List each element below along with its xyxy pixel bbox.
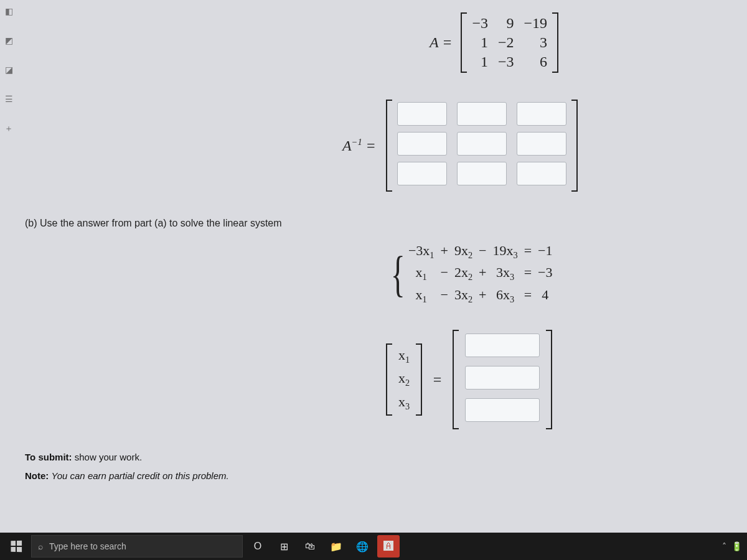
matrix-cell: −3 — [472, 15, 488, 32]
matrix-A-grid: −3 9 −19 1 −2 3 1 −3 6 — [467, 12, 552, 73]
tool-icon[interactable]: ◧ — [5, 6, 13, 17]
matrix-cell: 1 — [472, 54, 488, 70]
taskview-icon[interactable]: ⊞ — [273, 535, 295, 558]
start-button[interactable] — [5, 535, 27, 558]
matrix-cell: 6 — [524, 54, 548, 70]
matrix-cell: −19 — [524, 15, 548, 32]
battery-icon[interactable]: 🔋 — [731, 541, 742, 551]
a-inverse-label: A−1 = — [342, 137, 376, 154]
taskbar-search[interactable]: ⌕ Type here to search — [31, 535, 243, 558]
tool-icon[interactable]: ☰ — [5, 94, 13, 105]
x1-input[interactable] — [465, 334, 540, 357]
matrix-A-definition: A = −3 9 −19 1 −2 3 1 −3 6 — [430, 12, 558, 73]
ainv-input-13[interactable] — [517, 102, 566, 126]
x2-input[interactable] — [465, 366, 540, 390]
matrix-cell: −2 — [498, 34, 514, 51]
ainv-input-21[interactable] — [397, 132, 447, 156]
matrix-cell: −3 — [498, 54, 514, 70]
part-b-text: (b) Use the answer from part (a) to solv… — [25, 218, 282, 229]
matrix-A-brackets: −3 9 −19 1 −2 3 1 −3 6 — [461, 12, 558, 73]
matrix-A-inverse: A−1 = — [342, 100, 578, 192]
ainv-input-22[interactable] — [457, 132, 507, 156]
submit-text: show your work. — [75, 452, 142, 462]
system-brace-icon: { — [391, 249, 405, 299]
windows-taskbar: ⌕ Type here to search O ⊞ 🛍 📁 🌐 🅰 ˄ 🔋 — [0, 533, 747, 560]
note-text: You can earn partial credit on this prob… — [52, 470, 229, 481]
cortana-icon[interactable]: O — [247, 535, 269, 558]
x-vector-grid: x1 x2 x3 — [392, 343, 416, 416]
ainv-input-31[interactable] — [397, 162, 447, 185]
search-icon: ⌕ — [38, 541, 43, 551]
solution-input-grid — [459, 330, 546, 429]
tool-icon[interactable]: ◩ — [5, 35, 13, 46]
solution-input-brackets — [453, 330, 552, 429]
equals-sign: = — [433, 371, 442, 388]
ainv-input-32[interactable] — [457, 162, 507, 185]
windows-logo-icon — [11, 541, 22, 553]
x-vector-brackets: x1 x2 x3 — [386, 343, 422, 416]
footer-notes: To submit: show your work. Note: You can… — [25, 448, 229, 485]
a-inverse-grid — [392, 100, 571, 192]
submit-label: To submit: — [25, 452, 75, 462]
linear-system: { −3x1 + 9x2 − 19x3 = −1 x1 − 2x2 + 3x3 … — [386, 243, 566, 305]
note-label: Note: — [25, 470, 52, 481]
app-icon[interactable]: 🅰 — [377, 535, 400, 558]
matrix-cell: 1 — [472, 34, 488, 51]
ainv-input-11[interactable] — [397, 102, 447, 126]
system-grid: −3x1 + 9x2 − 19x3 = −1 x1 − 2x2 + 3x3 = … — [408, 243, 566, 305]
x3-input[interactable] — [465, 398, 540, 422]
tool-icon[interactable]: ＋ — [4, 123, 13, 134]
ainv-input-12[interactable] — [457, 102, 507, 126]
taskbar-tray: ˄ 🔋 — [722, 541, 742, 551]
store-icon[interactable]: 🛍 — [299, 535, 321, 558]
ainv-input-23[interactable] — [517, 132, 566, 156]
file-explorer-icon[interactable]: 📁 — [325, 535, 347, 558]
tool-icon[interactable]: ◪ — [5, 65, 13, 75]
ainv-input-33[interactable] — [517, 162, 566, 185]
left-toolbar: ◧ ◩ ◪ ☰ ＋ — [1, 0, 16, 134]
search-placeholder: Type here to search — [49, 541, 126, 551]
browser-icon[interactable]: 🌐 — [351, 535, 374, 558]
tray-chevron-icon[interactable]: ˄ — [722, 541, 726, 551]
solution-vector: x1 x2 x3 = — [386, 330, 552, 429]
matrix-cell: 9 — [498, 15, 514, 32]
matrix-A-label: A = — [430, 34, 452, 51]
matrix-cell: 3 — [524, 34, 548, 51]
a-inverse-brackets — [386, 100, 578, 192]
